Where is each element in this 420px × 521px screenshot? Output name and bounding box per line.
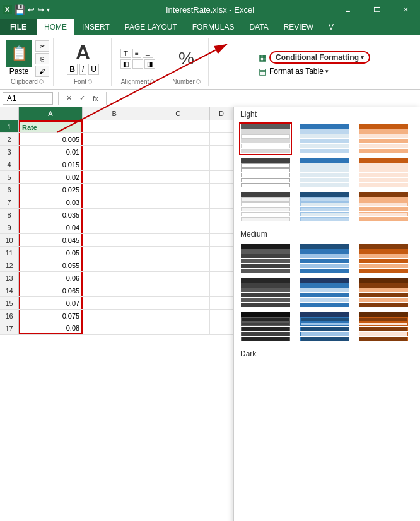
- cell-a4[interactable]: 0.015: [19, 158, 83, 170]
- cell-d15[interactable]: [210, 297, 233, 309]
- tab-formulas[interactable]: FORMULAS: [185, 19, 242, 35]
- cell-b6[interactable]: [83, 184, 146, 196]
- cell-c17[interactable]: [146, 322, 210, 334]
- cell-b1[interactable]: [83, 120, 146, 132]
- cell-b7[interactable]: [83, 196, 146, 208]
- cell-d8[interactable]: [210, 209, 233, 221]
- cell-d2[interactable]: [210, 133, 233, 145]
- style-blue-medium-3[interactable]: [298, 310, 351, 343]
- cell-c6[interactable]: [146, 184, 210, 196]
- cell-d3[interactable]: [210, 146, 233, 158]
- cell-b5[interactable]: [83, 171, 146, 183]
- style-blue-medium-2[interactable]: [298, 276, 351, 309]
- cell-a3[interactable]: 0.01: [19, 146, 83, 158]
- cell-b9[interactable]: [83, 221, 146, 233]
- style-dark-3[interactable]: [239, 310, 292, 343]
- cell-d4[interactable]: [210, 158, 233, 170]
- cell-d16[interactable]: [210, 310, 233, 322]
- cell-d1[interactable]: [210, 120, 233, 132]
- format-painter-button[interactable]: 🖌: [35, 66, 49, 77]
- cell-a17[interactable]: 0.08: [19, 322, 83, 334]
- cell-b12[interactable]: [83, 259, 146, 271]
- format-as-table-button[interactable]: Format as Table ▾: [269, 67, 329, 76]
- align-center-icon[interactable]: ☰: [132, 59, 143, 69]
- cell-c5[interactable]: [146, 171, 210, 183]
- paste-button[interactable]: 📋 Paste: [5, 39, 33, 77]
- cell-a10[interactable]: 0.045: [19, 234, 83, 246]
- align-bottom-icon[interactable]: ⊥: [143, 49, 153, 58]
- cell-b2[interactable]: [83, 133, 146, 145]
- redo-icon[interactable]: ↪: [37, 5, 44, 15]
- bold-button[interactable]: B: [67, 64, 78, 75]
- cell-c16[interactable]: [146, 310, 210, 322]
- style-blue-light[interactable]: [298, 122, 351, 155]
- col-header-b[interactable]: B: [83, 107, 146, 120]
- cell-d5[interactable]: [210, 171, 233, 183]
- cell-b15[interactable]: [83, 297, 146, 309]
- cell-d14[interactable]: [210, 284, 233, 296]
- style-orange-medium-2[interactable]: [357, 276, 410, 309]
- name-box[interactable]: [3, 92, 53, 105]
- col-header-c[interactable]: C: [146, 107, 210, 120]
- underline-button[interactable]: U: [88, 64, 99, 75]
- cell-b10[interactable]: [83, 234, 146, 246]
- style-blue-3[interactable]: [298, 190, 351, 223]
- cell-d12[interactable]: [210, 259, 233, 271]
- style-orange-3[interactable]: [357, 190, 410, 223]
- undo-icon[interactable]: ↩: [28, 5, 35, 15]
- cell-c9[interactable]: [146, 221, 210, 233]
- cell-b11[interactable]: [83, 247, 146, 259]
- align-right-icon[interactable]: ◨: [144, 59, 155, 69]
- cell-c15[interactable]: [146, 297, 210, 309]
- cell-c4[interactable]: [146, 158, 210, 170]
- style-white-2[interactable]: [239, 156, 292, 189]
- style-white-3[interactable]: [239, 190, 292, 223]
- cell-a12[interactable]: 0.055: [19, 259, 83, 271]
- cell-c7[interactable]: [146, 196, 210, 208]
- align-left-icon[interactable]: ◧: [120, 59, 131, 69]
- cell-a1[interactable]: Rate: [19, 120, 83, 132]
- cell-c14[interactable]: [146, 284, 210, 296]
- cell-c12[interactable]: [146, 259, 210, 271]
- formula-confirm-icon[interactable]: ✓: [77, 93, 88, 103]
- tab-file[interactable]: FILE: [0, 19, 37, 35]
- style-dark-banded[interactable]: [239, 242, 292, 275]
- formula-input[interactable]: [112, 94, 417, 103]
- close-button[interactable]: ✕: [391, 0, 420, 19]
- formula-fx-icon[interactable]: fx: [90, 93, 101, 103]
- cell-a8[interactable]: 0.035: [19, 209, 83, 221]
- cell-c10[interactable]: [146, 234, 210, 246]
- cell-d6[interactable]: [210, 184, 233, 196]
- cell-d11[interactable]: [210, 247, 233, 259]
- tab-data[interactable]: DATA: [242, 19, 276, 35]
- cell-a2[interactable]: 0.005: [19, 133, 83, 145]
- cell-a9[interactable]: 0.04: [19, 221, 83, 233]
- copy-button[interactable]: ⎘: [35, 53, 49, 64]
- align-top-icon[interactable]: ⊤: [120, 49, 131, 58]
- cell-a11[interactable]: 0.05: [19, 247, 83, 259]
- alignment-expand-icon[interactable]: ⬡: [150, 79, 155, 85]
- cell-b8[interactable]: [83, 209, 146, 221]
- tab-page-layout[interactable]: PAGE LAYOUT: [117, 19, 185, 35]
- col-header-d[interactable]: D: [210, 107, 233, 120]
- cell-c8[interactable]: [146, 209, 210, 221]
- align-middle-icon[interactable]: ≡: [132, 49, 141, 58]
- save-icon[interactable]: 💾: [15, 4, 25, 15]
- cell-d7[interactable]: [210, 196, 233, 208]
- minimize-button[interactable]: 🗕: [333, 0, 362, 19]
- tab-insert[interactable]: INSERT: [74, 19, 117, 35]
- cell-d13[interactable]: [210, 272, 233, 284]
- cell-b4[interactable]: [83, 158, 146, 170]
- style-orange-medium[interactable]: [357, 242, 410, 275]
- cell-a5[interactable]: 0.02: [19, 171, 83, 183]
- tab-view[interactable]: V: [321, 19, 341, 35]
- cell-c11[interactable]: [146, 247, 210, 259]
- cell-a13[interactable]: 0.06: [19, 272, 83, 284]
- cell-d10[interactable]: [210, 234, 233, 246]
- style-orange-light[interactable]: [357, 122, 410, 155]
- cut-button[interactable]: ✂: [35, 40, 49, 52]
- cell-b13[interactable]: [83, 272, 146, 284]
- style-blue-medium[interactable]: [298, 242, 351, 275]
- col-header-a[interactable]: A: [19, 107, 83, 120]
- cell-a14[interactable]: 0.065: [19, 284, 83, 296]
